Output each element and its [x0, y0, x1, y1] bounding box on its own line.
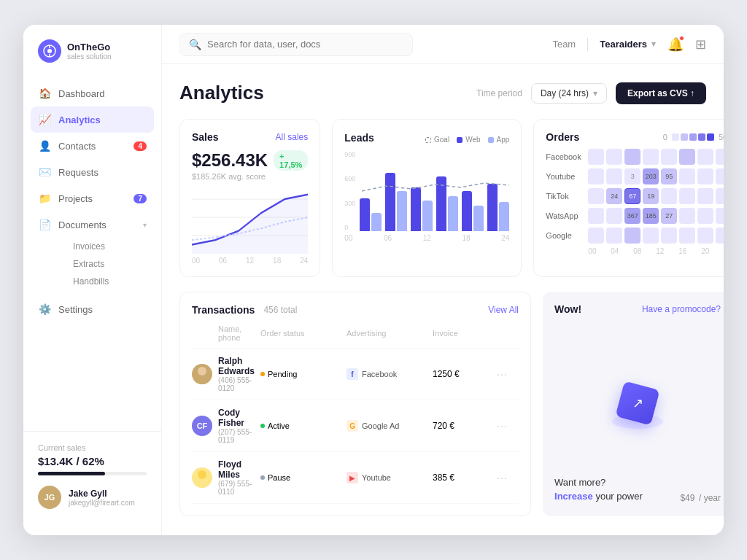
- invoice-1: 1250 €: [433, 369, 491, 379]
- bar-groups: [360, 173, 509, 231]
- sales-all-link[interactable]: All sales: [276, 132, 309, 142]
- bar-web-1: [360, 198, 370, 231]
- promo-bottom: Want more? Increase your power $49 / yea…: [554, 477, 721, 505]
- transactions-title: Transactions: [192, 304, 255, 316]
- promo-link[interactable]: Have a promocode?: [642, 304, 721, 314]
- search-input[interactable]: [207, 39, 403, 50]
- advert-name-1: Facebook: [362, 370, 397, 378]
- sidebar-item-contacts[interactable]: 👤 Contacts 4: [23, 133, 161, 159]
- promo-price: $49 / year: [680, 488, 721, 505]
- leads-xaxis: 00 06 12 18 24: [344, 234, 509, 242]
- promo-body-label: Want more?: [554, 477, 605, 488]
- view-all-link[interactable]: View All: [488, 305, 519, 315]
- transactions-column-headers: Name, phone Order status Advertising Inv…: [192, 324, 519, 349]
- row-menu-3[interactable]: ···: [497, 472, 519, 483]
- sidebar-subitem-invoices[interactable]: Invoices: [58, 238, 161, 255]
- range-box-5: [707, 133, 714, 141]
- goal-legend-dot: [425, 137, 431, 143]
- promo-cta-link[interactable]: Increase: [554, 491, 593, 502]
- orders-range: 0 500: [663, 133, 724, 141]
- promo-price-period: / year: [699, 493, 721, 503]
- header-actions: Time period Day (24 hrs) ▾ Export as CVS…: [476, 82, 706, 104]
- bar-group-2: [385, 173, 407, 231]
- sidebar-item-projects[interactable]: 📁 Projects 7: [23, 185, 161, 211]
- sidebar-item-analytics-label: Analytics: [58, 114, 101, 125]
- orders-chart-card: Orders 0 500: [533, 119, 724, 277]
- youtube-icon: ▶: [347, 472, 358, 483]
- heatmap-label-tiktok: TikTok: [546, 192, 584, 201]
- sidebar-item-settings[interactable]: ⚙️ Settings: [23, 296, 161, 322]
- bar-group-3: [411, 187, 433, 231]
- nav-menu: 🏠 Dashboard 📈 Analytics 👤 Contacts 4 ✉️ …: [23, 80, 161, 431]
- legend-app: App: [488, 136, 510, 144]
- team-selector[interactable]: Tearaiders ▾: [600, 39, 656, 50]
- logo: OnTheGo sales solution: [23, 39, 161, 80]
- svg-marker-7: [192, 195, 308, 254]
- sales-badge: + 17,5%: [274, 150, 308, 171]
- bar-group-6: [487, 184, 509, 231]
- app-name: OnTheGo: [67, 42, 112, 53]
- promo-card: Wow! Have a promocode? ↗: [543, 292, 724, 516]
- status-badge-2: Active: [260, 421, 341, 430]
- status-label-1: Pending: [268, 370, 297, 378]
- facebook-icon: f: [347, 368, 358, 380]
- heatmap-label-facebook: Facebook: [546, 152, 584, 161]
- bar-web-4: [436, 176, 446, 231]
- sidebar-item-requests[interactable]: ✉️ Requests: [23, 159, 161, 185]
- status-badge-3: Pause: [260, 473, 341, 482]
- status-badge-1: Pending: [260, 370, 341, 378]
- export-button[interactable]: Export as CVS ↑: [616, 82, 706, 104]
- sidebar-item-dashboard-label: Dashboard: [58, 88, 105, 99]
- advert-cell-2: G Google Ad: [347, 420, 427, 432]
- page-header: Analytics Time period Day (24 hrs) ▾ Exp…: [179, 82, 706, 104]
- svg-point-11: [195, 481, 209, 488]
- topbar-right: Team Tearaiders ▾ 🔔 ⊞: [552, 36, 706, 52]
- heatmap-cells-facebook: [588, 149, 724, 165]
- notifications-button[interactable]: 🔔: [667, 36, 684, 52]
- documents-icon: 📄: [38, 218, 51, 231]
- team-name: Tearaiders: [600, 39, 647, 50]
- sales-chart-card: Sales All sales $256.43K + 17,5% $185.26…: [179, 119, 320, 277]
- charts-row: Sales All sales $256.43K + 17,5% $185.26…: [179, 119, 706, 277]
- row-menu-2[interactable]: ···: [497, 420, 519, 432]
- svg-point-8: [198, 367, 206, 376]
- content-area: Analytics Time period Day (24 hrs) ▾ Exp…: [162, 64, 724, 535]
- time-period-button[interactable]: Day (24 hrs) ▾: [531, 83, 607, 104]
- bar-web-6: [487, 184, 498, 231]
- sidebar: OnTheGo sales solution 🏠 Dashboard 📈 Ana…: [23, 25, 162, 535]
- sidebar-subitem-extracts[interactable]: Extracts: [58, 255, 161, 273]
- current-sales-value: $13.4K / 62%: [38, 455, 147, 467]
- heatmap-label-watsapp: WatsApp: [546, 211, 584, 220]
- leads-yaxis: 900 600 300 0: [344, 151, 355, 231]
- leads-chart-title: Leads: [344, 132, 374, 144]
- sidebar-subitem-handbills[interactable]: Handbills: [58, 273, 161, 290]
- sidebar-item-dashboard[interactable]: 🏠 Dashboard: [23, 80, 161, 106]
- search-bar[interactable]: 🔍: [179, 33, 413, 56]
- heatmap-label-google: Google: [546, 231, 584, 240]
- sidebar-item-contacts-label: Contacts: [58, 141, 96, 152]
- sidebar-item-projects-label: Projects: [58, 193, 93, 204]
- advert-name-2: Google Ad: [362, 421, 399, 430]
- promo-3d-visual: ↗: [605, 363, 670, 429]
- page-title: Analytics: [179, 82, 264, 104]
- grid-icon[interactable]: ⊞: [695, 36, 706, 52]
- topbar-divider: [587, 38, 588, 51]
- sidebar-item-documents[interactable]: 📄 Documents ▾: [23, 211, 161, 238]
- range-box-4: [698, 133, 705, 141]
- sales-progress-bar: [38, 472, 147, 475]
- tx-name-3: Floyd Miles: [218, 459, 255, 480]
- chevron-down-icon: ▾: [593, 88, 597, 98]
- sidebar-item-requests-label: Requests: [58, 167, 98, 178]
- settings-icon: ⚙️: [38, 303, 51, 316]
- transactions-count: 456 total: [263, 305, 297, 315]
- avatar: CF: [192, 416, 212, 436]
- row-menu-1[interactable]: ···: [497, 368, 519, 380]
- bar-app-2: [397, 191, 407, 231]
- time-period-label: Time period: [476, 88, 522, 98]
- sidebar-bottom: Current sales $13.4K / 62% JG Jake Gyll …: [23, 431, 161, 521]
- range-boxes: [672, 133, 714, 141]
- tx-contact-2: Cody Fisher (207) 555-0119: [218, 408, 255, 444]
- projects-badge: 7: [133, 194, 147, 203]
- sidebar-item-analytics[interactable]: 📈 Analytics: [31, 106, 154, 133]
- col-status: Order status: [260, 329, 341, 338]
